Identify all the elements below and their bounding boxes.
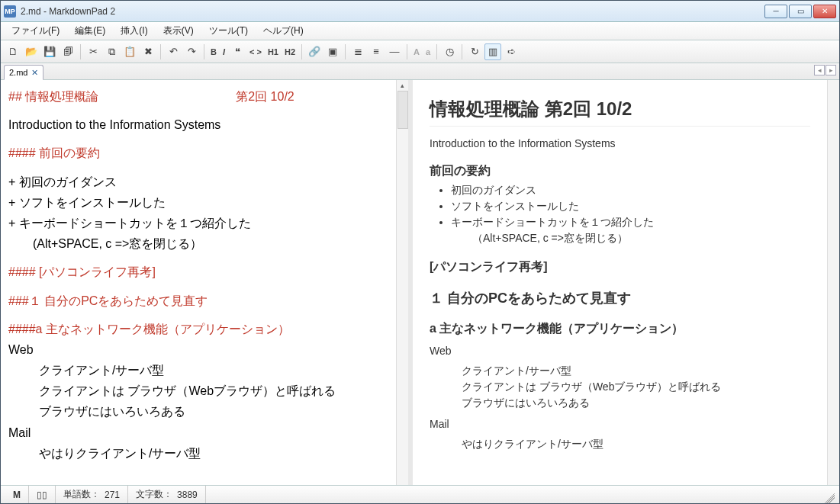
markdown-mode-icon[interactable]: M: [5, 486, 29, 503]
app-icon: MP: [4, 5, 16, 18]
code-button[interactable]: < >: [247, 43, 264, 60]
preview-text: Introduction to the Information Systems: [430, 137, 810, 149]
lowercase-button[interactable]: a: [423, 43, 433, 60]
undo-icon[interactable]: ↶: [165, 43, 182, 60]
tab-label: 2.md: [9, 68, 27, 77]
ol-icon[interactable]: ≡: [368, 43, 385, 60]
ul-icon[interactable]: ≣: [349, 43, 366, 60]
editor-line: ブラウザにはいろいろある: [8, 401, 388, 422]
export-icon[interactable]: ➪: [503, 43, 520, 60]
titlebar[interactable]: MP 2.md - MarkdownPad 2 ─ ▭ ✕: [1, 1, 839, 22]
uppercase-button[interactable]: A: [411, 43, 422, 60]
editor-line: + ソフトをインストールした: [8, 192, 388, 213]
maximize-button[interactable]: ▭: [789, 5, 812, 18]
editor-pane: ## 情報処理概論第2回 10/2 Introduction to the In…: [1, 80, 413, 485]
preview-h4: 前回の要約: [430, 163, 810, 179]
editor-line: やはりクライアント/サーバ型: [8, 443, 388, 464]
save-icon[interactable]: 💾: [41, 43, 58, 60]
list-item: ソフトをインストールした: [451, 200, 810, 213]
preview-h2: 情報処理概論 第2回 10/2: [430, 97, 810, 127]
preview-text: クライアント/サーバ型: [430, 364, 810, 378]
menu-view[interactable]: 表示(V): [157, 22, 200, 40]
toolbar: 🗋 📂 💾 🗐 ✂ ⧉ 📋 ✖ ↶ ↷ B I ❝ < > H1 H2 🔗 ▣ …: [1, 40, 839, 63]
cut-icon[interactable]: ✂: [85, 43, 101, 60]
menu-help[interactable]: ヘルプ(H): [257, 22, 310, 40]
save-all-icon[interactable]: 🗐: [60, 43, 76, 60]
tab-next-icon[interactable]: ▸: [826, 65, 836, 75]
scroll-up-icon[interactable]: ▴: [401, 82, 404, 89]
copy-icon[interactable]: ⧉: [103, 43, 120, 60]
close-button[interactable]: ✕: [813, 5, 836, 18]
preview-h3: １ 自分のPCをあらためて見直す: [430, 289, 810, 307]
file-tab[interactable]: 2.md ✕: [4, 65, 43, 80]
h2-button[interactable]: H2: [282, 43, 298, 60]
char-count-value: 3889: [177, 490, 198, 500]
preview-pane: 情報処理概論 第2回 10/2 Introduction to the Info…: [413, 80, 839, 485]
editor-line: + キーボードショートカットを１つ紹介した: [8, 213, 388, 233]
word-count: 単語数： 271: [56, 486, 128, 503]
menu-tools[interactable]: ツール(T): [203, 22, 254, 40]
image-icon[interactable]: ▣: [324, 43, 341, 60]
window-title: 2.md - MarkdownPad 2: [21, 6, 764, 17]
separator: [345, 44, 346, 59]
preview-scrollbar[interactable]: [827, 80, 839, 485]
h1-button[interactable]: H1: [266, 43, 281, 60]
char-count: 文字数： 3889: [128, 486, 206, 503]
separator: [80, 44, 81, 59]
refresh-icon[interactable]: ↻: [466, 43, 483, 60]
editor-textarea[interactable]: ## 情報処理概論第2回 10/2 Introduction to the In…: [1, 80, 396, 485]
open-file-icon[interactable]: 📂: [23, 43, 40, 60]
paste-icon[interactable]: 📋: [121, 43, 138, 60]
editor-line: クライアントは ブラウザ（Webブラウザ）と呼ばれる: [8, 380, 388, 401]
preview-h4: [パソコンライフ再考]: [430, 259, 810, 275]
split-view: ## 情報処理概論第2回 10/2 Introduction to the In…: [1, 80, 839, 485]
preview-toggle-icon[interactable]: ▥: [484, 43, 501, 60]
preview-text: Web: [430, 345, 810, 357]
menu-edit[interactable]: 編集(E): [69, 22, 111, 40]
list-item: 初回のガイダンス: [451, 184, 810, 197]
menubar: ファイル(F) 編集(E) 挿入(I) 表示(V) ツール(T) ヘルプ(H): [1, 22, 839, 40]
resize-grip-icon[interactable]: [824, 493, 835, 503]
tab-prev-icon[interactable]: ◂: [814, 65, 825, 75]
separator: [436, 44, 437, 59]
preview-text: やはりクライアント/サーバ型: [430, 438, 810, 451]
editor-line: #### [パソコンライフ再考]: [8, 262, 388, 282]
bold-button[interactable]: B: [208, 43, 219, 60]
editor-line: 第2回 10/2: [236, 90, 294, 103]
redo-icon[interactable]: ↷: [183, 43, 200, 60]
italic-button[interactable]: I: [220, 43, 227, 60]
editor-line: クライアント/サーバ型: [8, 360, 388, 380]
menu-file[interactable]: ファイル(F): [5, 22, 66, 40]
char-count-label: 文字数：: [136, 488, 172, 501]
list-item-sub: （Alt+SPACE, c =>窓を閉じる）: [451, 232, 810, 246]
separator: [160, 44, 161, 59]
editor-scrollbar[interactable]: ▴: [396, 80, 408, 485]
editor-line: Mail: [8, 422, 388, 443]
preview-content[interactable]: 情報処理概論 第2回 10/2 Introduction to the Info…: [413, 80, 827, 485]
minimize-button[interactable]: ─: [764, 5, 787, 18]
delete-icon[interactable]: ✖: [140, 43, 156, 60]
tab-bar: 2.md ✕ ◂ ▸: [1, 63, 839, 80]
separator: [407, 44, 407, 59]
separator: [204, 44, 204, 59]
menu-insert[interactable]: 挿入(I): [114, 22, 153, 40]
editor-line: Web: [8, 339, 388, 360]
reading-mode-icon[interactable]: ▯▯: [29, 486, 56, 503]
tab-nav: ◂ ▸: [814, 65, 836, 75]
link-icon[interactable]: 🔗: [306, 43, 323, 60]
separator: [301, 44, 302, 59]
tab-close-icon[interactable]: ✕: [31, 68, 38, 78]
hr-icon[interactable]: —: [386, 43, 403, 60]
new-file-icon[interactable]: 🗋: [5, 43, 21, 60]
timestamp-icon[interactable]: ◷: [441, 43, 458, 60]
editor-line: Introduction to the Information Systems: [8, 114, 388, 135]
word-count-value: 271: [105, 490, 120, 500]
scroll-thumb[interactable]: [397, 91, 408, 129]
preview-list: 初回のガイダンス ソフトをインストールした キーボードショートカットを１つ紹介し…: [451, 184, 810, 246]
editor-line: ###１ 自分のPCをあらためて見直す: [8, 291, 388, 311]
editor-line: (Alt+SPACE, c =>窓を閉じる）: [8, 233, 388, 254]
editor-line: + 初回のガイダンス: [8, 172, 388, 192]
preview-text: クライアントは ブラウザ（Webブラウザ）と呼ばれる: [430, 380, 810, 394]
quote-icon[interactable]: ❝: [229, 43, 246, 60]
preview-h4: a 主なネットワーク機能（アプリケーション）: [430, 321, 810, 337]
